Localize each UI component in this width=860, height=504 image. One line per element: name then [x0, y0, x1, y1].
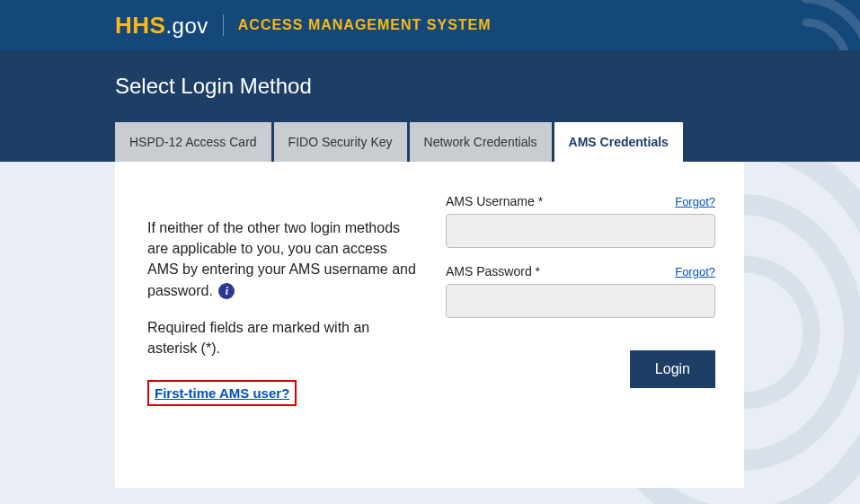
username-input[interactable] [446, 214, 715, 248]
tab-fido[interactable]: FIDO Security Key [274, 122, 407, 162]
forgot-password-link[interactable]: Forgot? [675, 265, 715, 279]
login-button[interactable]: Login [630, 350, 715, 388]
first-time-user-link[interactable]: First-time AMS user? [147, 380, 297, 406]
content-panel: If neither of the other two login method… [115, 162, 744, 488]
login-method-tabs: HSPD-12 Access Card FIDO Security Key Ne… [115, 122, 745, 162]
info-column: If neither of the other two login method… [147, 194, 417, 459]
intro-text-content: If neither of the other two login method… [147, 220, 416, 298]
header-divider [223, 14, 224, 36]
password-input[interactable] [446, 284, 715, 318]
tab-ams[interactable]: AMS Credentials [554, 122, 683, 162]
info-icon[interactable]: i [218, 283, 235, 299]
logo-hhs: HHS [115, 12, 165, 40]
tab-network[interactable]: Network Credentials [410, 122, 552, 162]
username-label: AMS Username * [446, 194, 543, 208]
page-title: Select Login Method [115, 74, 745, 99]
system-title: ACCESS MANAGEMENT SYSTEM [238, 17, 492, 33]
logo-gov: .gov [165, 13, 208, 39]
username-label-row: AMS Username * Forgot? [446, 194, 715, 208]
forgot-username-link[interactable]: Forgot? [675, 195, 715, 208]
required-fields-note: Required fields are marked with an aster… [147, 317, 417, 358]
login-form: AMS Username * Forgot? AMS Password * Fo… [446, 194, 715, 459]
login-button-row: Login [446, 350, 715, 388]
tab-hspd12[interactable]: HSPD-12 Access Card [115, 122, 271, 162]
subheader: Select Login Method HSPD-12 Access Card … [0, 50, 860, 162]
password-label-row: AMS Password * Forgot? [446, 264, 715, 279]
site-logo[interactable]: HHS.gov [115, 12, 208, 40]
intro-text: If neither of the other two login method… [147, 217, 417, 301]
top-header: HHS.gov ACCESS MANAGEMENT SYSTEM [0, 0, 860, 50]
password-label: AMS Password * [446, 264, 540, 279]
decorative-swirl-icon [725, 0, 860, 50]
